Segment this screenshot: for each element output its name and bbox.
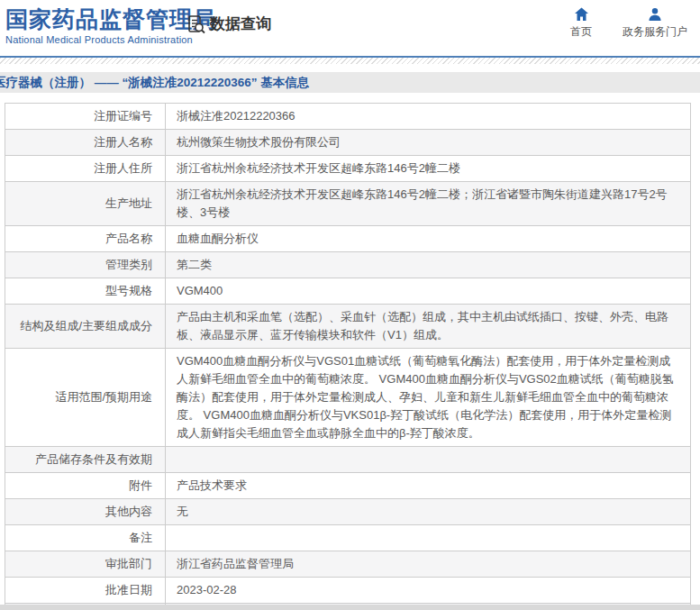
row-value-text: 杭州微策生物技术股份有限公司 [177, 133, 341, 151]
table-row: 批准日期 2023-02-28 [5, 578, 690, 604]
document-search-icon [186, 14, 206, 34]
row-value: 无 [166, 499, 690, 524]
row-value-text: VGM400 [177, 282, 223, 300]
row-label-text: 型号规格 [105, 282, 152, 300]
table-row: 注册证编号 浙械注准20212220366 [5, 104, 690, 130]
row-label: 结构及组成/主要组成成分 [5, 305, 166, 348]
row-value-text: 产品技术要求 [177, 477, 247, 495]
row-value: 血糖血酮分析仪 [166, 226, 690, 251]
row-label-text: 产品名称 [105, 230, 152, 248]
row-value-text: VGM400血糖血酮分析仪与VGS01血糖试纸（葡萄糖氧化酶法）配套使用，用于体… [177, 352, 681, 442]
table-row: 注册人住所 浙江省杭州余杭经济技术开发区超峰东路146号2幢二楼 [5, 156, 690, 182]
row-label: 备注 [5, 525, 166, 551]
row-label: 附件 [5, 473, 166, 498]
row-value: 浙江省杭州余杭经济技术开发区超峰东路146号2幢二楼；浙江省诸暨市陶朱街道建兴路… [166, 182, 690, 225]
top-nav: 首页 政务服务门户 [570, 7, 687, 40]
table-row: 适用范围/预期用途 VGM400血糖血酮分析仪与VGS01血糖试纸（葡萄糖氧化酶… [5, 349, 690, 447]
user-icon [648, 7, 662, 22]
row-label: 管理类别 [5, 252, 166, 278]
row-label: 审批部门 [5, 551, 166, 577]
row-label: 产品名称 [5, 226, 166, 251]
row-label-text: 适用范围/预期用途 [55, 388, 152, 406]
row-value [166, 525, 690, 551]
row-label: 产品储存条件及有效期 [5, 447, 166, 472]
site-subtitle: National Medical Products Administration [5, 34, 216, 45]
row-value: 第二类 [166, 252, 690, 278]
nav-home-label: 首页 [570, 24, 592, 40]
row-label-text: 注册人住所 [94, 159, 152, 178]
row-label-text: 生产地址 [105, 195, 152, 213]
row-value: 浙江省杭州余杭经济技术开发区超峰东路146号2幢二楼 [166, 156, 690, 181]
table-row: 备注 [5, 525, 690, 551]
table-row: 生产地址 浙江省杭州余杭经济技术开发区超峰东路146号2幢二楼；浙江省诸暨市陶朱… [5, 182, 690, 226]
row-label: 注册人住所 [5, 156, 166, 181]
row-value: VGM400 [166, 278, 690, 304]
row-label-text: 批准日期 [105, 581, 152, 599]
site-logo[interactable]: 国家药品监督管理局 National Medical Products Admi… [5, 7, 216, 45]
table-row: 结构及组成/主要组成成分 产品由主机和采血笔（选配）、采血针（选配）组成，其中主… [5, 305, 690, 349]
row-value-text: 浙江省药品监督管理局 [177, 555, 294, 573]
table-row: 审批部门 浙江省药品监督管理局 [5, 551, 690, 578]
row-value-text: 无 [177, 503, 188, 521]
page: 国家药品监督管理局 National Medical Products Admi… [0, 0, 700, 610]
row-label-text: 其他内容 [105, 503, 152, 521]
table-row: 注册人名称 杭州微策生物技术股份有限公司 [5, 130, 690, 156]
row-label: 其他内容 [5, 499, 166, 524]
nav-portal[interactable]: 政务服务门户 [623, 7, 687, 40]
nav-portal-label: 政务服务门户 [623, 24, 687, 40]
table-row: 产品储存条件及有效期 [5, 447, 690, 473]
row-value-text: 浙江省杭州余杭经济技术开发区超峰东路146号2幢二楼；浙江省诸暨市陶朱街道建兴路… [177, 186, 681, 222]
table-row: 型号规格 VGM400 [5, 278, 690, 305]
table-row: 管理类别 第二类 [5, 252, 690, 278]
row-label-text: 审批部门 [105, 555, 152, 573]
row-value-text: 产品由主机和采血笔（选配）、采血针（选配）组成，其中主机由试纸插口、按键、外壳、… [177, 308, 681, 344]
nav-home[interactable]: 首页 [570, 7, 592, 40]
row-label: 型号规格 [5, 278, 166, 304]
row-label-text: 备注 [129, 529, 152, 547]
row-value-text: 浙江省杭州余杭经济技术开发区超峰东路146号2幢二楼 [177, 159, 460, 178]
table-row: 附件 产品技术要求 [5, 473, 690, 499]
table-row: 产品名称 血糖血酮分析仪 [5, 226, 690, 252]
row-label: 注册人名称 [5, 130, 166, 155]
hatch-strip [0, 58, 700, 64]
row-value: 产品技术要求 [166, 473, 690, 498]
row-value-text: 2023-02-28 [177, 581, 237, 599]
row-label: 批准日期 [5, 578, 166, 603]
row-value: 浙械注准20212220366 [166, 104, 690, 129]
row-label-text: 附件 [129, 477, 152, 495]
row-label: 注册证编号 [5, 104, 166, 129]
row-label: 适用范围/预期用途 [5, 349, 166, 446]
row-value-text: 第二类 [177, 256, 212, 274]
row-value [166, 447, 690, 472]
breadcrumb-text: 医疗器械（注册） —— “浙械注准20212220366” 基本信息 [0, 75, 309, 91]
home-icon [574, 7, 589, 22]
row-value: 2023-02-28 [166, 578, 690, 603]
site-header: 国家药品监督管理局 National Medical Products Admi… [0, 0, 700, 56]
row-label-text: 管理类别 [105, 256, 152, 274]
data-query-nav[interactable]: 数据查询 [186, 14, 271, 34]
row-value: 杭州微策生物技术股份有限公司 [166, 130, 690, 155]
row-value: 浙江省药品监督管理局 [166, 551, 690, 577]
row-label-text: 产品储存条件及有效期 [35, 451, 152, 469]
table-row: 其他内容 无 [5, 499, 690, 525]
row-label-text: 结构及组成/主要组成成分 [20, 317, 152, 335]
breadcrumb: 医疗器械（注册） —— “浙械注准20212220366” 基本信息 [0, 72, 700, 93]
row-label: 生产地址 [5, 182, 166, 225]
site-title: 国家药品监督管理局 [5, 7, 216, 32]
footer-strip [0, 605, 700, 610]
row-label-text: 注册人名称 [94, 133, 152, 151]
data-query-label: 数据查询 [210, 14, 271, 34]
row-value: VGM400血糖血酮分析仪与VGS01血糖试纸（葡萄糖氧化酶法）配套使用，用于体… [166, 349, 690, 446]
row-value-text: 浙械注准20212220366 [177, 107, 295, 125]
row-value-text: 血糖血酮分析仪 [177, 230, 259, 248]
row-label-text: 注册证编号 [94, 107, 152, 125]
info-table: 注册证编号 浙械注准20212220366 注册人名称 杭州微策生物技术股份有限… [5, 103, 691, 610]
row-value: 产品由主机和采血笔（选配）、采血针（选配）组成，其中主机由试纸插口、按键、外壳、… [166, 305, 690, 348]
